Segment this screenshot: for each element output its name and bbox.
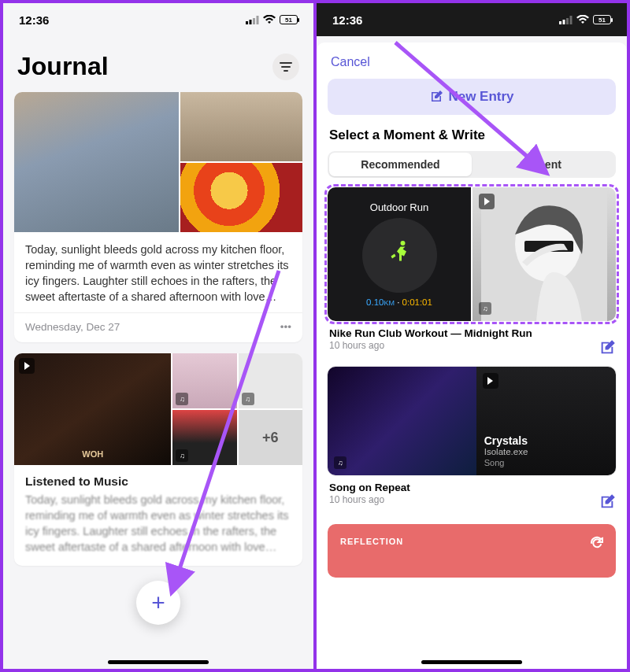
svg-rect-9 [563,20,565,24]
music-icon: ♫ [176,393,188,405]
battery-icon: 51 [593,15,611,24]
svg-rect-10 [566,18,569,24]
clock: 12:36 [19,13,49,27]
song-artwork: ♫ [328,367,476,475]
entry-image-main [14,92,179,232]
journal-entry-card[interactable]: Today, sunlight bleeds gold across my ki… [14,92,302,342]
battery-icon: 51 [280,15,298,24]
home-indicator[interactable] [421,660,522,664]
reflection-card[interactable]: REFLECTION [328,524,616,578]
moment-card-wrapper: Outdoor Run 0.10KM · 0:01:01 [328,187,616,321]
svg-rect-8 [559,21,561,24]
entry-image-thumb [180,92,302,161]
phone-right: 12:36 51 Cancel New Entry Select a Momen… [317,3,627,669]
play-icon [483,373,498,389]
moment-timestamp: 10 hours ago [328,339,616,351]
svg-rect-5 [281,66,291,68]
runner-icon [385,238,413,273]
moment-timestamp: 10 hours ago [328,493,616,505]
section-heading: Select a Moment & Write [328,115,616,151]
svg-rect-6 [284,70,288,72]
filter-button[interactable] [272,54,299,80]
reflection-label: REFLECTION [340,537,603,546]
moment-card[interactable]: ♫ Crystals Isolate.exe Song [328,367,616,475]
cellular-icon [559,16,573,24]
refresh-icon[interactable] [589,535,605,554]
svg-rect-0 [246,21,248,24]
album-art-overflow: +6 [239,410,302,465]
cellular-icon [246,16,259,24]
edit-icon[interactable] [598,339,616,356]
moment-title: Nike Run Club Workout — Midnight Run [328,321,616,339]
clock: 12:36 [332,13,362,27]
music-image-grid: WOH ♫ ♫ ♫ +6 [14,353,302,465]
album-art-thumb: ♫ [239,353,302,408]
segmented-control: Recommended Recent [328,151,616,178]
home-indicator[interactable] [108,660,209,664]
moment-card[interactable]: Outdoor Run 0.10KM · 0:01:01 [328,187,616,321]
album-art-main: WOH [14,353,171,465]
music-icon: ♫ [176,449,188,462]
workout-name: Outdoor Run [370,201,428,213]
filter-icon [280,62,292,72]
svg-rect-1 [250,20,252,24]
cancel-button[interactable]: Cancel [328,50,616,79]
svg-rect-2 [253,18,255,24]
svg-rect-4 [280,62,292,64]
new-entry-button[interactable]: New Entry [328,79,616,115]
entry-image-grid [14,92,302,232]
song-artist: Isolate.exe [484,447,608,456]
music-icon: ♫ [334,456,346,469]
entry-date: Wednesday, Dec 27 [25,321,120,333]
edit-icon[interactable] [598,493,616,511]
music-icon: ♫ [479,302,491,315]
status-bar: 12:36 51 [317,3,627,36]
entry-body-text: Today, sunlight bleeds gold across my ki… [14,232,302,312]
wifi-icon [576,15,589,24]
journal-entry-card[interactable]: WOH ♫ ♫ ♫ +6 Listened to Music Today, su… [14,353,302,566]
activity-ring [362,218,437,293]
wifi-icon [263,15,276,24]
music-icon: ♫ [242,393,254,405]
status-bar: 12:36 51 [3,3,313,36]
phone-left: 12:36 51 Journal Today, sunlight bleeds … [3,3,313,669]
entry-body-text-blurred: Today, sunlight bleeds gold across my ki… [14,492,302,566]
svg-rect-11 [570,16,573,24]
svg-rect-3 [257,16,259,24]
entry-title: Listened to Music [14,465,302,492]
media-tile: ♫ [472,187,616,321]
play-icon [19,358,35,374]
song-type: Song [484,458,608,467]
entry-image-thumb [180,163,302,232]
song-title: Crystals [484,434,608,447]
album-art-thumb: ♫ [172,410,236,465]
entry-more-button[interactable]: ••• [280,321,291,333]
album-art-thumb: ♫ [172,353,236,408]
workout-stats: 0.10KM · 0:01:01 [366,297,432,307]
svg-point-12 [401,241,406,246]
workout-tile: Outdoor Run 0.10KM · 0:01:01 [328,187,471,321]
moment-title: Song on Repeat [328,475,616,493]
compose-icon [429,90,443,104]
tab-recent[interactable]: Recent [472,153,614,176]
tab-recommended[interactable]: Recommended [329,153,472,176]
add-entry-button[interactable]: + [136,581,180,625]
play-icon [479,194,495,209]
page-title: Journal [17,52,109,81]
